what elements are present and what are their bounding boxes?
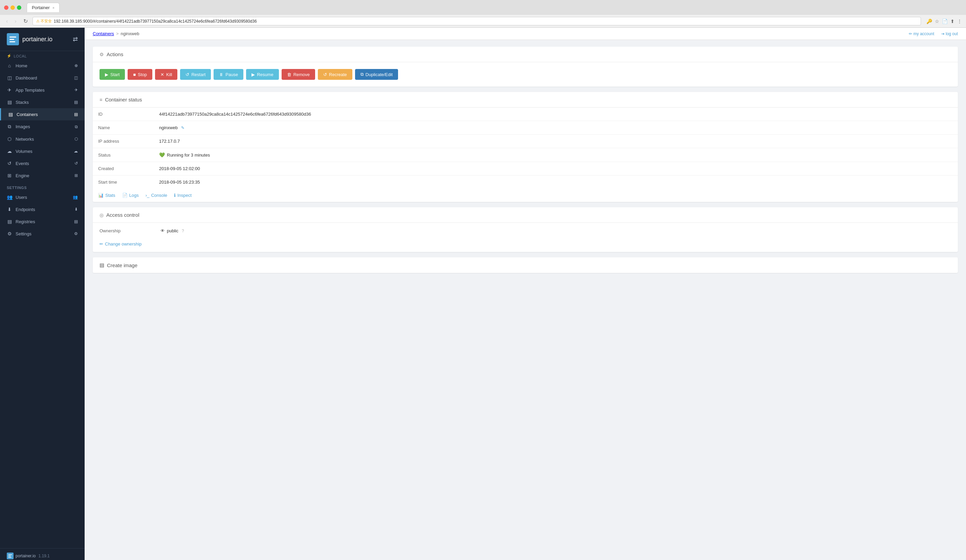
container-status-icon: ≡ <box>100 97 102 103</box>
nav-icons: 🔑 ☆ 📄 ⬆ ⋮ <box>927 19 962 24</box>
registries-icon: ▤ <box>7 219 12 224</box>
sidebar-item-networks[interactable]: ⬡ Networks ⬡ <box>0 133 85 145</box>
pause-button[interactable]: ⏸ Pause <box>214 69 243 80</box>
sidebar-settings-icon[interactable]: ⇄ <box>73 36 78 43</box>
inspect-icon: ℹ <box>174 193 176 198</box>
sidebar-item-settings[interactable]: ⚙ Settings ⚙ <box>0 228 85 240</box>
sidebar-item-events[interactable]: ↺ Events ↺ <box>0 157 85 169</box>
traffic-lights <box>4 5 21 10</box>
env-label: ⚡ LOCAL <box>0 51 85 59</box>
tab-close-icon[interactable]: × <box>53 6 54 10</box>
actions-section-icon: ⚙ <box>100 52 104 57</box>
created-label: Created <box>93 162 154 175</box>
restart-button[interactable]: ↺ Restart <box>180 69 211 80</box>
app-templates-nav-icon: ✈ <box>74 88 78 92</box>
sidebar-item-users[interactable]: 👥 Users 👥 <box>0 191 85 203</box>
stats-link[interactable]: 📊 Stats <box>98 193 115 198</box>
sidebar-item-endpoints[interactable]: ⬇ Endpoints ⬇ <box>0 203 85 215</box>
env-badge-icon: ⚡ <box>7 54 12 58</box>
breadcrumb-separator: > <box>116 31 119 36</box>
container-status-table: ID 44f14221adb73977150a29ca8ca14c1425724… <box>93 108 958 189</box>
sidebar-item-home[interactable]: ⌂ Home ⊕ <box>0 59 85 72</box>
svg-rect-2 <box>10 39 14 40</box>
new-tab-button[interactable] <box>65 4 75 11</box>
refresh-button[interactable]: ↻ <box>21 17 30 25</box>
sidebar-item-dashboard[interactable]: ◫ Dashboard ◫ <box>0 72 85 84</box>
heart-icon: 💚 <box>159 152 165 157</box>
volumes-icon: ☁ <box>7 149 12 154</box>
id-label: ID <box>93 108 154 121</box>
duplicate-icon: ⧉ <box>360 72 363 77</box>
sidebar-item-images[interactable]: ⧉ Images ⧉ <box>0 120 85 133</box>
traffic-light-red[interactable] <box>4 5 8 10</box>
table-row-ip: IP address 172.17.0.7 <box>93 134 958 148</box>
breadcrumb-containers-link[interactable]: Containers <box>93 31 114 36</box>
remove-button[interactable]: 🗑 Remove <box>282 69 315 80</box>
logout-icon: ⇥ <box>941 31 944 36</box>
sidebar-item-stacks[interactable]: ▤ Stacks ▤ <box>0 96 85 108</box>
star-icon[interactable]: ☆ <box>935 19 939 24</box>
actions-body: ▶ Start ■ Stop ✕ Kill ↺ <box>93 62 958 87</box>
settings-section-label: SETTINGS <box>0 182 85 191</box>
stop-button[interactable]: ■ Stop <box>128 69 152 80</box>
ownership-value: 👁 public ? <box>161 228 184 233</box>
endpoints-nav-icon: ⬇ <box>74 207 78 212</box>
browser-titlebar: Portainer × <box>0 0 966 15</box>
resume-button[interactable]: ▶ Resume <box>246 69 279 80</box>
traffic-light-yellow[interactable] <box>10 5 15 10</box>
menu-icon[interactable]: ⋮ <box>957 19 962 24</box>
my-account-link[interactable]: ✏ my account <box>909 31 934 36</box>
kill-button[interactable]: ✕ Kill <box>155 69 177 80</box>
change-ownership-link[interactable]: ✏ Change ownership <box>100 241 951 247</box>
sidebar-item-volumes[interactable]: ☁ Volumes ☁ <box>0 145 85 157</box>
table-row-start-time: Start time 2018-09-05 16:23:35 <box>93 175 958 189</box>
containers-icon: ▤ <box>8 111 13 117</box>
status-label: Status <box>93 148 154 162</box>
container-status-title: Container status <box>105 97 142 103</box>
sidebar: portainer.io ⇄ ⚡ LOCAL ⌂ Home ⊕ ◫ Dashbo… <box>0 28 85 560</box>
console-link[interactable]: ›_ Console <box>146 193 167 198</box>
inspect-link[interactable]: ℹ Inspect <box>174 193 192 198</box>
networks-icon: ⬡ <box>7 136 12 142</box>
start-button[interactable]: ▶ Start <box>100 69 125 80</box>
back-button[interactable]: ‹ <box>4 18 10 25</box>
log-out-link[interactable]: ⇥ log out <box>941 31 958 36</box>
footer-logo-text: portainer.io <box>16 553 36 558</box>
change-ownership-icon: ✏ <box>100 241 103 247</box>
table-row-id: ID 44f14221adb73977150a29ca8ca14c1425724… <box>93 108 958 121</box>
share-icon[interactable]: ⬆ <box>950 19 955 24</box>
table-row-status: Status 💚 Running for 3 minutes <box>93 148 958 162</box>
sidebar-item-containers[interactable]: ▤ Containers ▤ <box>0 108 85 120</box>
recreate-button[interactable]: ↺ Recreate <box>318 69 352 80</box>
table-row-created: Created 2018-09-05 12:02:00 <box>93 162 958 175</box>
sidebar-item-engine[interactable]: ⊞ Engine ⊞ <box>0 169 85 182</box>
browser-tab[interactable]: Portainer × <box>27 3 59 12</box>
duplicate-edit-button[interactable]: ⧉ Duplicate/Edit <box>355 69 398 80</box>
restart-icon: ↺ <box>186 72 189 77</box>
footer-logo-icon <box>7 553 13 559</box>
topbar-links: ✏ my account ⇥ log out <box>909 31 958 36</box>
forward-button[interactable]: › <box>13 18 18 25</box>
sidebar-item-app-templates[interactable]: ✈ App Templates ✈ <box>0 84 85 96</box>
images-icon: ⧉ <box>7 124 12 129</box>
app-templates-icon: ✈ <box>7 87 12 93</box>
name-edit-icon[interactable]: ✎ <box>181 126 184 130</box>
sidebar-item-registries[interactable]: ▤ Registries ▤ <box>0 215 85 228</box>
logs-link[interactable]: 📄 Logs <box>122 193 139 198</box>
engine-icon: ⊞ <box>7 173 12 178</box>
address-bar[interactable]: ⚠ 不安全 192.168.39.185:9000/#/containers/4… <box>33 17 921 25</box>
account-icon: ✏ <box>909 31 912 36</box>
actions-title: Actions <box>107 51 123 57</box>
help-icon[interactable]: ? <box>182 229 184 233</box>
sidebar-nav: ⚡ LOCAL ⌂ Home ⊕ ◫ Dashboard ◫ ✈ App Tem… <box>0 51 85 240</box>
breadcrumb-current: nginxweb <box>120 31 139 36</box>
create-image-header: ▤ Create image <box>93 257 958 273</box>
svg-rect-7 <box>8 557 11 558</box>
sidebar-item-networks-label: Networks <box>16 137 34 142</box>
ownership-label: Ownership <box>100 228 161 233</box>
security-warning: ⚠ 不安全 <box>36 19 52 24</box>
traffic-light-green[interactable] <box>17 5 21 10</box>
create-image-icon: ▤ <box>100 262 104 268</box>
sidebar-footer-logo: portainer.io <box>7 553 36 559</box>
sidebar-item-app-templates-label: App Templates <box>16 88 45 93</box>
